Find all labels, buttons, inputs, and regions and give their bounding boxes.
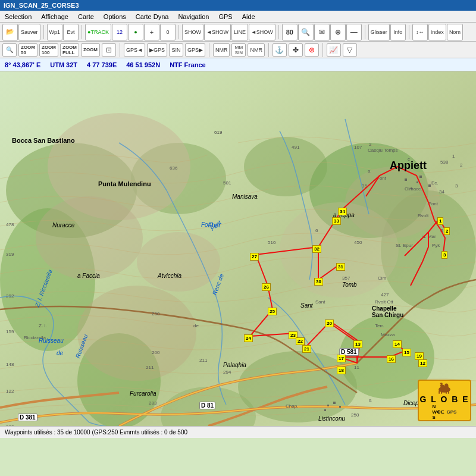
svg-text:319: 319	[6, 252, 14, 257]
mm-sin-btn[interactable]: MMSIN	[231, 43, 246, 57]
cross-btn[interactable]: ✤	[289, 43, 303, 57]
open-button[interactable]: 📂	[2, 24, 18, 40]
zoom-50-btn[interactable]: ZOOM50	[18, 43, 37, 57]
svg-rect-19	[428, 184, 431, 187]
svg-text:6: 6	[315, 228, 318, 233]
svg-text:a: a	[368, 168, 371, 174]
map-background: 491 636 501 538 478 319 292 159 148 122 …	[0, 71, 476, 426]
nom-button[interactable]: Nom	[447, 24, 463, 40]
nmr-btn[interactable]: NMR	[213, 43, 230, 57]
info-button[interactable]: Info	[390, 24, 406, 40]
svg-text:636: 636	[170, 165, 178, 171]
sep6	[409, 25, 409, 39]
sep3	[178, 25, 179, 39]
svg-text:34: 34	[439, 189, 444, 195]
zoom-icon-btn[interactable]: 🔍	[2, 43, 17, 57]
svg-rect-25	[324, 409, 326, 411]
zoom-100-btn[interactable]: ZOOM100	[39, 43, 58, 57]
zoom-custom-btn[interactable]: ZOOM	[81, 43, 100, 57]
svg-text:Ricciareila: Ricciareila	[24, 335, 46, 340]
svg-text:357: 357	[342, 275, 350, 281]
svg-point-16	[77, 286, 196, 381]
menu-gps[interactable]: GPS	[214, 12, 237, 21]
zoom-full-btn[interactable]: ZOOMFULL	[60, 43, 79, 57]
line-button[interactable]: LINE	[231, 24, 248, 40]
svg-text:Ec.: Ec.	[431, 180, 439, 186]
anchor-btn[interactable]: ⚓	[273, 43, 287, 57]
svg-point-92	[444, 384, 449, 389]
gps-track-btn[interactable]: ▶GPS	[147, 43, 167, 57]
svg-text:292: 292	[6, 293, 14, 299]
sin-btn[interactable]: SIN	[169, 43, 183, 57]
show2-button[interactable]: ◄SHOW	[204, 24, 231, 40]
size-button[interactable]: 80	[282, 24, 298, 40]
track-button[interactable]: ●TRACK	[85, 24, 111, 40]
svg-text:283: 283	[149, 400, 157, 406]
show3-button[interactable]: ◄SHOW	[249, 24, 275, 40]
filter-btn[interactable]: ▽	[343, 43, 357, 57]
svg-text:c: c	[408, 156, 410, 162]
menu-selection[interactable]: Selection	[0, 12, 36, 21]
coordbar: 8° 43,867' E UTM 32T 4 77 739E 46 51 952…	[0, 58, 476, 71]
green-dot[interactable]: ●	[128, 24, 143, 40]
longitude: 8° 43,867' E	[5, 61, 40, 68]
menu-aide[interactable]: Aide	[237, 12, 260, 21]
svg-text:491: 491	[292, 145, 300, 150]
zero-button[interactable]: 0	[160, 24, 176, 40]
gps-left-btn[interactable]: GPS◄	[124, 43, 145, 57]
svg-rect-17	[405, 178, 407, 181]
svg-text:Chap.: Chap.	[286, 403, 298, 409]
svg-text:250: 250	[152, 311, 160, 317]
svg-point-12	[36, 196, 143, 280]
svg-text:a: a	[369, 397, 372, 403]
sep1	[43, 25, 44, 39]
mail-button[interactable]: ✉	[314, 24, 330, 40]
svg-text:Casqiu Tomps: Casqiu Tomps	[368, 148, 398, 153]
minus-button[interactable]: —	[346, 24, 362, 40]
nmr2-btn[interactable]: NMR	[248, 43, 265, 57]
target-btn[interactable]: ⊛	[305, 43, 319, 57]
plus-button[interactable]: +	[144, 24, 159, 40]
sep4	[278, 25, 279, 39]
search-button[interactable]: 🔍	[298, 24, 314, 40]
svg-text:Sant: Sant	[315, 299, 325, 305]
svg-text:3: 3	[440, 228, 443, 233]
nav-arrows[interactable]: ↕↔	[412, 24, 428, 40]
svg-text:122: 122	[6, 389, 14, 394]
sep8	[209, 43, 209, 57]
svg-text:538: 538	[440, 159, 449, 165]
menu-navigation[interactable]: Navigation	[173, 12, 214, 21]
gps-globe-logo: G L O B E NW⊕ES GPS	[418, 380, 471, 421]
move-button[interactable]: ⊕	[330, 24, 346, 40]
sep7	[120, 43, 120, 57]
grid-btn[interactable]: ⊡	[102, 43, 116, 57]
svg-text:Font: Font	[377, 176, 387, 181]
menu-carte-dyna[interactable]: Carte Dyna	[131, 12, 174, 21]
svg-text:St. Epur: St. Epur	[396, 243, 413, 248]
menu-carte[interactable]: Carte	[73, 12, 99, 21]
num12-button[interactable]: 12	[112, 24, 127, 40]
svg-text:2: 2	[369, 142, 372, 147]
svg-text:148: 148	[6, 362, 14, 367]
chart-btn[interactable]: 📈	[327, 43, 341, 57]
title-text: IGN_SCAN_25_CORSE3	[4, 2, 79, 9]
map-area[interactable]: 491 636 501 538 478 319 292 159 148 122 …	[0, 71, 476, 426]
logo-globe-text: G L O B E	[419, 394, 469, 404]
save-button[interactable]: Sauver	[18, 24, 40, 40]
svg-text:200: 200	[152, 350, 160, 355]
svg-text:Z. I.: Z. I.	[39, 323, 47, 328]
index-button[interactable]: Index	[428, 24, 446, 40]
utm-zone: UTM 32T	[50, 61, 77, 68]
svg-text:Terr.: Terr.	[375, 323, 384, 328]
glisser-button[interactable]: Glisser	[368, 24, 390, 40]
svg-text:478: 478	[6, 222, 14, 227]
status-text: Waypoints utilisés : 35 de 10000 (GPS:25…	[5, 429, 187, 436]
gps-right-btn[interactable]: GPS▶	[185, 43, 205, 57]
menu-options[interactable]: Options	[99, 12, 131, 21]
show1-button[interactable]: SHOW	[182, 24, 203, 40]
wp1-button[interactable]: Wp1	[47, 24, 63, 40]
evt-button[interactable]: Evt	[63, 24, 79, 40]
svg-rect-96	[448, 390, 449, 393]
menu-affichage[interactable]: Affichage	[36, 12, 73, 21]
svg-rect-18	[416, 181, 418, 183]
